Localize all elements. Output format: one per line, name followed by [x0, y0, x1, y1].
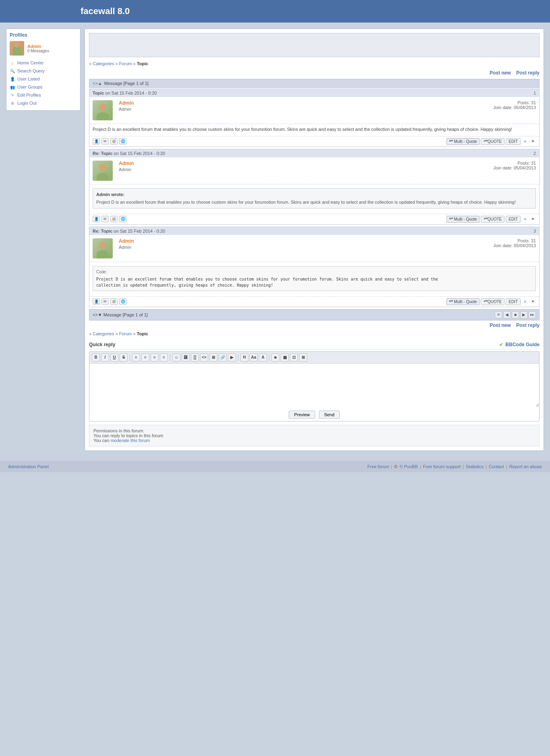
toolbar-align-justify[interactable]: ≡ [160, 353, 168, 361]
send-button[interactable]: Send [319, 411, 340, 419]
toolbar-bold[interactable]: B [92, 353, 100, 361]
post-new-button[interactable]: Post new [490, 70, 511, 76]
permissions-box: Permissions in this forum: You can reply… [89, 425, 540, 446]
nav-arrows-top: <>▲ [93, 81, 102, 86]
avatar-head-2 [99, 164, 106, 171]
post-username-3[interactable]: Admin [119, 238, 489, 244]
bbcode-guide-link[interactable]: ✔ BBCode Guide [499, 342, 540, 347]
toolbar-align-right[interactable]: ≡ [151, 353, 159, 361]
toolbar-strike[interactable]: S [120, 353, 128, 361]
delete-button-3[interactable]: ✕ [522, 298, 528, 305]
post-username-2[interactable]: Admin [119, 161, 489, 166]
toolbar-align-left[interactable]: ≡ [132, 353, 140, 361]
toolbar-font-size[interactable]: Aa [250, 353, 258, 361]
toolbar-align-center[interactable]: ≡ [141, 353, 149, 361]
editor-container: B I U S ≡ ≡ ≡ ≡ ☺ 🖼 [] <> ⊞ 🔗 ▶ H Aa [89, 351, 540, 421]
delete-button-2[interactable]: ✕ [522, 216, 528, 222]
page-icon-stop[interactable]: ■ [512, 311, 519, 318]
preview-button[interactable]: Preview [289, 411, 315, 419]
web-icon-3[interactable]: 🌐 [119, 298, 126, 305]
toolbar-url[interactable]: 🔗 [219, 353, 227, 361]
toolbar-more[interactable]: ⊡ [290, 353, 298, 361]
delete-button-1[interactable]: ✕ [522, 138, 528, 145]
sidebar-item-search-query[interactable]: 🔍 Search Query [10, 67, 77, 75]
edit-button-2[interactable]: EDIT [506, 216, 521, 223]
footer-punbb[interactable]: © PunBB [399, 464, 418, 469]
footer-contact[interactable]: Contact [489, 464, 504, 469]
toolbar-video[interactable]: ▶ [228, 353, 236, 361]
sidebar-item-home-center[interactable]: ⌂ Home Center [10, 59, 77, 67]
profile-icon-3[interactable]: 👤 [93, 298, 100, 305]
message-bar-text-top: Message [Page 1 of 1] [104, 81, 149, 86]
footer-free-forum[interactable]: Free forum [368, 464, 389, 469]
post-actions-2: ❝❞ Multi - Quote ❝❞QUOTE EDIT ✕ ⚑ [447, 216, 536, 223]
footer-admin-panel[interactable]: Administration Panel [8, 464, 49, 469]
warn-button-3[interactable]: ⚑ [529, 298, 536, 305]
sidebar-item-user-listed[interactable]: 👤 User Listed [10, 75, 77, 83]
profile-icon-1[interactable]: 👤 [93, 138, 100, 145]
breadcrumb-categories[interactable]: Categories [93, 61, 114, 66]
warn-button-2[interactable]: ⚑ [529, 216, 536, 222]
pm-icon-3[interactable]: ✉ [101, 298, 109, 305]
footer-free-support[interactable]: Free forum support [423, 464, 461, 469]
toolbar-emoji[interactable]: ☻ [271, 353, 279, 361]
toolbar-smiley[interactable]: ☺ [172, 353, 180, 361]
web-icon-2[interactable]: 🌐 [119, 216, 126, 222]
web-icon-1[interactable]: 🌐 [119, 138, 126, 145]
toolbar-h[interactable]: H [240, 353, 248, 361]
page-icon-next[interactable]: ▶ [520, 311, 527, 318]
quote-button-2[interactable]: ❝❞QUOTE [481, 216, 505, 223]
post-reply-button[interactable]: Post reply [516, 70, 540, 76]
breadcrumb-forum[interactable]: Forum [119, 61, 132, 66]
profile-icon-2[interactable]: 👤 [93, 216, 100, 222]
toolbar-table[interactable]: ⊞ [209, 353, 217, 361]
email-icon-1[interactable]: @ [110, 138, 118, 145]
email-icon-2[interactable]: @ [110, 216, 118, 222]
post-body-2: Admin Admin Posts: 31 Join date: 05/04/2… [89, 157, 539, 184]
footer-statistics[interactable]: Statistics [466, 464, 484, 469]
page-icon-prev[interactable]: ◀ [503, 311, 511, 318]
post-username-1[interactable]: Admin [119, 100, 489, 106]
quote-button-1[interactable]: ❝❞QUOTE [481, 138, 505, 145]
editor-textarea[interactable] [89, 364, 539, 407]
post-reply-button-bottom[interactable]: Post reply [516, 322, 540, 328]
pm-icon-1[interactable]: ✉ [101, 138, 109, 145]
footer-icons-1: 👤 ✉ @ 🌐 [93, 138, 126, 145]
permissions-line2-prefix: You can [93, 438, 110, 443]
page-icon-x[interactable]: ✕ [495, 311, 502, 318]
toolbar-code2[interactable]: <> [200, 353, 208, 361]
toolbar-italic[interactable]: I [101, 353, 109, 361]
toolbar-special[interactable]: ▦ [281, 353, 289, 361]
sidebar-item-login-out[interactable]: ⊗ Login Out [10, 99, 77, 107]
footer-report[interactable]: Report an abuse [509, 464, 542, 469]
toolbar-font-color[interactable]: A [259, 353, 267, 361]
sidebar-item-edit-profiles[interactable]: ✎ Edit Profiles [10, 91, 77, 99]
post-body-1: Admin Admin Posts: 31 Join date: 05/04/2… [89, 97, 539, 124]
sidebar-item-user-groups[interactable]: 👥 User Groups [10, 83, 77, 91]
message-bar-top: <>▲ Message [Page 1 of 1] [89, 79, 540, 88]
group-icon: 👥 [10, 84, 15, 90]
pm-icon-2[interactable]: ✉ [101, 216, 109, 222]
permissions-moderate-link[interactable]: moderate this forum [110, 438, 150, 443]
quote-button-3[interactable]: ❝❞QUOTE [481, 298, 505, 305]
multiquote-button-1[interactable]: ❝❞ Multi - Quote [447, 138, 480, 145]
email-icon-3[interactable]: @ [110, 298, 118, 305]
edit-button-3[interactable]: EDIT [506, 298, 521, 305]
toolbar-underline[interactable]: U [110, 353, 118, 361]
edit-button-1[interactable]: EDIT [506, 138, 521, 145]
avatar-image-1 [93, 100, 113, 120]
post-meta-1: Posts: 31 Join date: 05/04/2013 [493, 100, 536, 120]
page-icon-last[interactable]: ⏭ [529, 311, 536, 318]
quick-reply-header: Quick reply ✔ BBCode Guide [89, 340, 540, 349]
toolbar-code[interactable]: [] [191, 353, 199, 361]
breadcrumb-forum-bottom[interactable]: Forum [119, 331, 132, 336]
warn-button-1[interactable]: ⚑ [529, 138, 536, 145]
breadcrumb-categories-bottom[interactable]: Categories [93, 331, 114, 336]
multiquote-button-2[interactable]: ❝❞ Multi - Quote [447, 216, 480, 223]
toolbar-extra[interactable]: ⊞ [299, 353, 307, 361]
bbcode-guide-text[interactable]: BBCode Guide [505, 342, 540, 347]
sidebar-title: Profiles [10, 32, 77, 38]
multiquote-button-3[interactable]: ❝❞ Multi - Quote [447, 298, 480, 305]
toolbar-image[interactable]: 🖼 [182, 353, 190, 361]
post-new-button-bottom[interactable]: Post new [490, 322, 511, 328]
